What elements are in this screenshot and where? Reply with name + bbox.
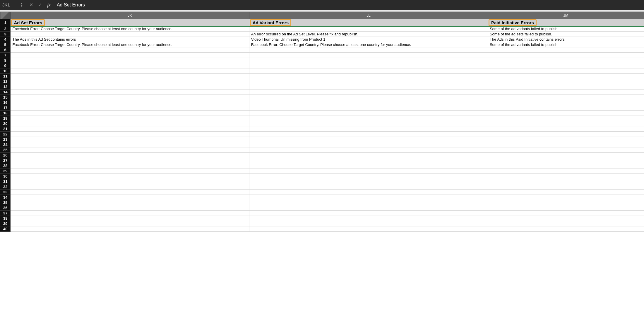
row-header-22[interactable]: 22 — [0, 132, 11, 137]
row-header-24[interactable]: 24 — [0, 142, 11, 147]
cell-JM40[interactable] — [488, 226, 644, 232]
cell-JL33[interactable] — [249, 190, 488, 195]
cell-JK29[interactable] — [11, 168, 249, 174]
cell-JM25[interactable] — [488, 147, 644, 153]
cell-JK25[interactable] — [11, 147, 249, 153]
cell-JM35[interactable] — [488, 200, 644, 205]
row-header-28[interactable]: 28 — [0, 163, 11, 168]
row-header-6[interactable]: 6 — [0, 47, 11, 53]
cell-JL13[interactable] — [249, 84, 488, 90]
cell-JK30[interactable] — [11, 174, 249, 179]
cell-JL25[interactable] — [249, 147, 488, 153]
column-header-jl[interactable]: JL — [249, 12, 488, 19]
cell-JM33[interactable] — [488, 190, 644, 195]
cell-JK33[interactable] — [11, 190, 249, 195]
cell-JL38[interactable] — [249, 216, 488, 221]
cell-JK14[interactable] — [11, 90, 249, 95]
row-header-8[interactable]: 8 — [0, 58, 11, 63]
cell-JM15[interactable] — [488, 95, 644, 100]
cell-JL8[interactable] — [249, 58, 488, 63]
row-header-11[interactable]: 11 — [0, 74, 11, 79]
cell-JL19[interactable] — [249, 116, 488, 121]
cell-JL4[interactable]: Video Thumbnail Url missing from Product… — [249, 37, 488, 42]
cell-JL26[interactable] — [249, 153, 488, 158]
cell-JM2[interactable]: Some of the ad variants failed to publis… — [488, 26, 644, 32]
cell-JL36[interactable] — [249, 205, 488, 211]
row-header-23[interactable]: 23 — [0, 137, 11, 142]
cell-JL40[interactable] — [249, 226, 488, 232]
cell-JK22[interactable] — [11, 132, 249, 137]
row-header-20[interactable]: 20 — [0, 121, 11, 126]
cell-JM34[interactable] — [488, 195, 644, 200]
row-header-34[interactable]: 34 — [0, 195, 11, 200]
cell-JM36[interactable] — [488, 205, 644, 211]
cell-JL11[interactable] — [249, 74, 488, 79]
cell-JM23[interactable] — [488, 137, 644, 142]
cell-JK36[interactable] — [11, 205, 249, 211]
row-header-19[interactable]: 19 — [0, 116, 11, 121]
row-header-15[interactable]: 15 — [0, 95, 11, 100]
cell-JM3[interactable]: Some of the ad sets failed to publish. — [488, 32, 644, 37]
cell-JK16[interactable] — [11, 100, 249, 105]
cell-JL15[interactable] — [249, 95, 488, 100]
cell-JM31[interactable] — [488, 179, 644, 184]
cell-JM9[interactable] — [488, 63, 644, 68]
cell-JL24[interactable] — [249, 142, 488, 147]
cell-JL30[interactable] — [249, 174, 488, 179]
cell-JM8[interactable] — [488, 58, 644, 63]
cell-JL7[interactable] — [249, 53, 488, 58]
cell-JM7[interactable] — [488, 53, 644, 58]
row-header-35[interactable]: 35 — [0, 200, 11, 205]
cell-JK1[interactable]: Ad Set Errors — [11, 19, 249, 26]
cell-JK12[interactable] — [11, 79, 249, 84]
formula-input[interactable]: Ad Set Errors — [55, 2, 644, 8]
cell-JM14[interactable] — [488, 90, 644, 95]
cell-JK8[interactable] — [11, 58, 249, 63]
cell-JM13[interactable] — [488, 84, 644, 90]
cell-JL3[interactable]: An error occurred on the Ad Set Level. P… — [249, 32, 488, 37]
cell-JK40[interactable] — [11, 226, 249, 232]
cell-JL1[interactable]: Ad Variant Errors — [249, 19, 488, 26]
row-header-29[interactable]: 29 — [0, 168, 11, 174]
row-header-16[interactable]: 16 — [0, 100, 11, 105]
cell-JK28[interactable] — [11, 163, 249, 168]
cell-JL35[interactable] — [249, 200, 488, 205]
cell-JM5[interactable]: Some of the ad variants failed to publis… — [488, 42, 644, 47]
row-header-27[interactable]: 27 — [0, 158, 11, 163]
cell-JL22[interactable] — [249, 132, 488, 137]
cell-JL27[interactable] — [249, 158, 488, 163]
row-header-40[interactable]: 40 — [0, 226, 11, 232]
cell-JL16[interactable] — [249, 100, 488, 105]
row-header-12[interactable]: 12 — [0, 79, 11, 84]
cell-JK32[interactable] — [11, 184, 249, 190]
cell-JL21[interactable] — [249, 126, 488, 132]
row-header-9[interactable]: 9 — [0, 63, 11, 68]
cell-JM28[interactable] — [488, 163, 644, 168]
row-header-10[interactable]: 10 — [0, 68, 11, 74]
row-header-39[interactable]: 39 — [0, 221, 11, 226]
cell-JK21[interactable] — [11, 126, 249, 132]
spreadsheet-grid[interactable]: JK JL JM 1Ad Set ErrorsAd Variant Errors… — [0, 12, 644, 313]
row-header-17[interactable]: 17 — [0, 105, 11, 111]
cell-JK13[interactable] — [11, 84, 249, 90]
row-header-37[interactable]: 37 — [0, 211, 11, 216]
cell-JM10[interactable] — [488, 68, 644, 74]
cell-JM16[interactable] — [488, 100, 644, 105]
cell-JK15[interactable] — [11, 95, 249, 100]
cell-JL28[interactable] — [249, 163, 488, 168]
cell-JL29[interactable] — [249, 168, 488, 174]
cell-JK11[interactable] — [11, 74, 249, 79]
cell-JL12[interactable] — [249, 79, 488, 84]
cell-JL6[interactable] — [249, 47, 488, 53]
cell-JK7[interactable] — [11, 53, 249, 58]
cell-JL20[interactable] — [249, 121, 488, 126]
cell-JM39[interactable] — [488, 221, 644, 226]
cell-JK6[interactable] — [11, 47, 249, 53]
cell-JL39[interactable] — [249, 221, 488, 226]
cell-JM6[interactable] — [488, 47, 644, 53]
cell-JK38[interactable] — [11, 216, 249, 221]
row-header-36[interactable]: 36 — [0, 205, 11, 211]
row-header-38[interactable]: 38 — [0, 216, 11, 221]
row-header-5[interactable]: 5 — [0, 42, 11, 47]
cell-JM11[interactable] — [488, 74, 644, 79]
